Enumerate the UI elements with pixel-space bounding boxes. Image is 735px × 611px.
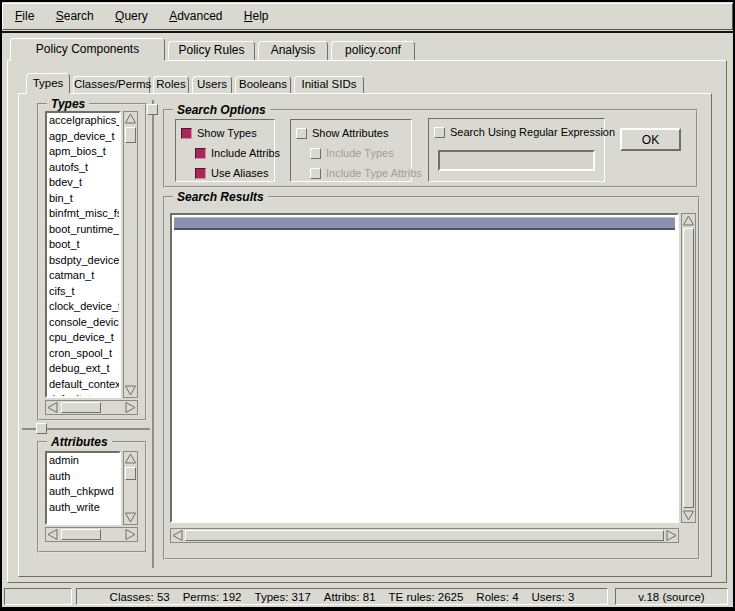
list-item[interactable]: auth_chkpwd <box>47 484 119 500</box>
menu-file[interactable]: File <box>6 4 43 28</box>
scroll-down-icon[interactable] <box>682 509 695 522</box>
show-attributes-group: Show Attributes Include Types Include Ty… <box>290 119 412 182</box>
status-version: v.18 (source) <box>615 588 728 605</box>
menu-query[interactable]: Query <box>106 4 157 28</box>
checkbox-icon[interactable] <box>195 148 206 159</box>
tab-label: policy.conf <box>332 42 414 59</box>
attributes-listbox[interactable]: admin auth auth_chkpwd auth_write <box>45 451 121 525</box>
tab-initial-sids[interactable]: Initial SIDs <box>294 76 364 93</box>
scroll-left-icon[interactable] <box>46 401 59 414</box>
types-horizontal-scrollbar[interactable] <box>45 400 138 415</box>
status-left <box>4 588 72 605</box>
stat-attribs: Attribs: 81 <box>324 591 376 603</box>
tab-label: Classes/Perms <box>74 77 149 92</box>
list-item[interactable]: boot_runtime_t <box>47 222 119 238</box>
checkbox-icon[interactable] <box>296 128 307 139</box>
regex-input[interactable] <box>438 150 595 171</box>
list-item[interactable]: catman_t <box>47 268 119 284</box>
attributes-vertical-scrollbar[interactable] <box>123 451 138 525</box>
tab-users[interactable]: Users <box>192 76 232 93</box>
tab-types[interactable]: Types <box>26 73 70 94</box>
list-item[interactable]: autofs_t <box>47 160 119 176</box>
search-results-textarea[interactable] <box>170 213 679 523</box>
list-item[interactable]: admin <box>47 453 119 469</box>
stat-users: Users: 3 <box>532 591 575 603</box>
scroll-right-icon[interactable] <box>124 528 137 541</box>
list-item[interactable]: bdev_t <box>47 175 119 191</box>
list-item[interactable]: accelgraphics_e <box>47 113 119 129</box>
tab-classes-perms[interactable]: Classes/Perms <box>73 76 150 93</box>
list-item[interactable]: binfmt_misc_fs <box>47 206 119 222</box>
use-aliases-option[interactable]: Use Aliases <box>195 163 274 183</box>
list-item[interactable]: cron_spool_t <box>47 346 119 362</box>
scroll-down-icon[interactable] <box>124 384 137 397</box>
search-results-title: Search Results <box>173 190 268 204</box>
scroll-up-icon[interactable] <box>124 112 137 125</box>
vertical-sash[interactable] <box>152 100 154 568</box>
tab-policy-conf[interactable]: policy.conf <box>331 41 415 60</box>
checkbox-icon[interactable] <box>310 148 321 159</box>
attributes-frame: Attributes admin auth auth_chkpwd auth_w… <box>37 441 147 553</box>
list-item[interactable]: bsdpty_device_ <box>47 253 119 269</box>
scroll-down-icon[interactable] <box>124 511 137 524</box>
show-types-option[interactable]: Show Types <box>181 123 274 143</box>
list-item[interactable]: boot_t <box>47 237 119 253</box>
tab-policy-components[interactable]: Policy Components <box>10 38 165 61</box>
tab-analysis[interactable]: Analysis <box>258 41 328 60</box>
list-item[interactable]: debug_ext_t <box>47 361 119 377</box>
menu-bar: File Search Query Advanced Help <box>2 3 733 30</box>
checkbox-icon[interactable] <box>434 127 445 138</box>
scroll-up-icon[interactable] <box>124 452 137 465</box>
checkbox-icon[interactable] <box>181 128 192 139</box>
attributes-horizontal-scrollbar[interactable] <box>45 527 138 542</box>
scrollbar-thumb[interactable] <box>61 529 101 540</box>
list-item[interactable]: auth_write <box>47 500 119 516</box>
list-item[interactable]: apm_bios_t <box>47 144 119 160</box>
types-listbox[interactable]: accelgraphics_e agp_device_t apm_bios_t … <box>45 111 121 398</box>
checkbox-label: Include Attribs <box>211 147 280 159</box>
tab-policy-rules[interactable]: Policy Rules <box>168 41 255 60</box>
show-attributes-option[interactable]: Show Attributes <box>296 123 411 143</box>
scrollbar-thumb[interactable] <box>125 127 136 143</box>
checkbox-icon[interactable] <box>310 168 321 179</box>
search-options-title: Search Options <box>173 103 270 117</box>
attributes-frame-title: Attributes <box>47 435 112 449</box>
include-types-option[interactable]: Include Types <box>310 143 411 163</box>
tab-roles[interactable]: Roles <box>153 76 189 93</box>
scrollbar-thumb[interactable] <box>185 530 664 541</box>
sash-handle[interactable] <box>147 104 158 115</box>
scroll-right-icon[interactable] <box>124 401 137 414</box>
list-item[interactable]: console_device <box>47 315 119 331</box>
scroll-right-icon[interactable] <box>665 529 678 542</box>
menu-advanced[interactable]: Advanced <box>160 4 231 28</box>
scrollbar-thumb[interactable] <box>125 467 136 480</box>
results-horizontal-scrollbar[interactable] <box>170 528 679 543</box>
list-item[interactable]: cifs_t <box>47 284 119 300</box>
scroll-up-icon[interactable] <box>682 214 695 227</box>
results-vertical-scrollbar[interactable] <box>681 213 696 523</box>
list-item[interactable]: cpu_device_t <box>47 330 119 346</box>
menu-search[interactable]: Search <box>47 4 103 28</box>
selection-highlight <box>174 217 675 230</box>
list-item[interactable]: default_t <box>47 392 119 398</box>
ok-button[interactable]: OK <box>620 128 681 151</box>
scrollbar-thumb[interactable] <box>61 402 101 413</box>
sash-handle[interactable] <box>36 423 47 434</box>
include-type-attribs-option[interactable]: Include Type Attribs <box>310 163 411 183</box>
scroll-left-icon[interactable] <box>171 529 184 542</box>
checkbox-icon[interactable] <box>195 168 206 179</box>
tab-booleans[interactable]: Booleans <box>235 76 291 93</box>
list-item[interactable]: auth <box>47 469 119 485</box>
menu-help[interactable]: Help <box>235 4 278 28</box>
list-item[interactable]: clock_device_t <box>47 299 119 315</box>
list-item[interactable]: agp_device_t <box>47 129 119 145</box>
checkbox-label: Show Attributes <box>312 127 388 139</box>
scrollbar-thumb[interactable] <box>683 228 694 508</box>
types-vertical-scrollbar[interactable] <box>123 111 138 398</box>
stat-types: Types: 317 <box>255 591 311 603</box>
list-item[interactable]: default_context <box>47 377 119 393</box>
scroll-left-icon[interactable] <box>46 528 59 541</box>
include-attribs-option[interactable]: Include Attribs <box>195 143 274 163</box>
list-item[interactable]: bin_t <box>47 191 119 207</box>
regex-option[interactable]: Search Using Regular Expression <box>434 122 604 142</box>
